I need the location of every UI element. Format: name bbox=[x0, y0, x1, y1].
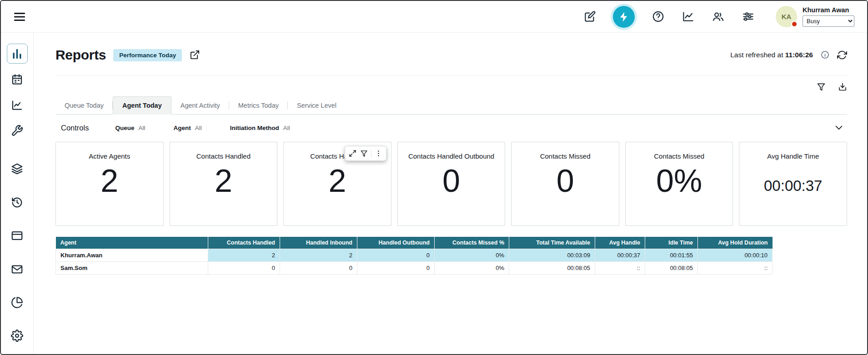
topbar-right: KA Khurram Awan Busy bbox=[583, 6, 854, 28]
layers-icon bbox=[11, 163, 23, 175]
sliders-icon[interactable] bbox=[741, 10, 755, 24]
notepad-icon[interactable] bbox=[583, 10, 597, 24]
filter-icon[interactable] bbox=[816, 82, 826, 92]
column-header-idle-time[interactable]: Idle Time bbox=[645, 237, 698, 249]
avatar: KA bbox=[776, 6, 797, 27]
value-cell: 0 bbox=[208, 262, 280, 275]
sidebar-item-history[interactable] bbox=[7, 192, 28, 212]
users-icon[interactable] bbox=[711, 10, 725, 24]
tab-agent-today[interactable]: Agent Today bbox=[113, 96, 171, 115]
metrics-icon[interactable] bbox=[681, 10, 695, 24]
controls-label: Controls bbox=[61, 124, 89, 132]
agent-cell: Sam.Som bbox=[56, 262, 208, 275]
kpi-card-contacts-handled: Contacts Handled2 bbox=[283, 142, 391, 226]
tab-queue-today[interactable]: Queue Today bbox=[55, 97, 113, 114]
tab-agent-activity[interactable]: Agent Activity bbox=[171, 97, 229, 114]
agent-cell: Khurram.Awan bbox=[56, 249, 208, 262]
toolbar-divider bbox=[371, 150, 371, 157]
filter-value: All bbox=[283, 125, 290, 131]
value-cell: 0% bbox=[435, 262, 509, 275]
calendar-icon bbox=[11, 73, 23, 85]
column-header-handled-outbound[interactable]: Handled Outbound bbox=[357, 237, 435, 249]
report-panel: Queue TodayAgent TodayAgent ActivityMetr… bbox=[55, 75, 847, 275]
value-cell: 2 bbox=[208, 249, 280, 262]
avatar-initials: KA bbox=[782, 13, 792, 20]
line-chart-icon bbox=[11, 99, 23, 111]
filter-icon[interactable] bbox=[360, 149, 368, 158]
kpi-card-contacts-missed: Contacts Missed0% bbox=[625, 142, 733, 226]
column-header-total-time-available[interactable]: Total Time Available bbox=[509, 237, 595, 249]
sidebar-item-mail[interactable] bbox=[7, 259, 28, 279]
value-cell: 00:08:05 bbox=[509, 262, 595, 275]
tab-service-level[interactable]: Service Level bbox=[288, 97, 346, 114]
kpi-card-contacts-missed: Contacts Missed0 bbox=[511, 142, 619, 226]
column-header-handled-inbound[interactable]: Handled Inbound bbox=[280, 237, 357, 249]
status-select[interactable]: Busy bbox=[803, 15, 854, 27]
help-icon[interactable] bbox=[651, 10, 665, 24]
kpi-label: Avg Handle Time bbox=[767, 152, 819, 160]
sidebar-item-tools[interactable] bbox=[7, 120, 28, 140]
value-cell: 0 bbox=[280, 262, 357, 275]
kpi-value: 00:00:37 bbox=[764, 177, 822, 195]
page-head: Reports Performance Today Last refreshed… bbox=[55, 47, 847, 63]
gear-icon bbox=[11, 330, 23, 342]
sidebar-item-browser[interactable] bbox=[7, 225, 28, 245]
kpi-value: 2 bbox=[100, 163, 118, 200]
hamburger-menu-icon[interactable] bbox=[13, 10, 26, 24]
kpi-label: Contacts Handled Outbound bbox=[408, 152, 494, 160]
refresh-area: Last refreshed at 11:06:26 bbox=[730, 50, 847, 60]
expand-icon[interactable] bbox=[348, 149, 357, 158]
filter-queue[interactable]: QueueAll bbox=[115, 125, 145, 131]
main-content: Reports Performance Today Last refreshed… bbox=[34, 33, 867, 354]
value-cell: 00:00:37 bbox=[595, 249, 645, 262]
controls-filters: QueueAllAgentAllInitiation MethodAll bbox=[115, 125, 318, 131]
sidebar-item-line-chart[interactable] bbox=[7, 95, 28, 115]
kpi-value: 2 bbox=[215, 163, 232, 200]
filter-name: Queue bbox=[115, 125, 134, 131]
user-info: Khurram Awan Busy bbox=[803, 6, 854, 27]
column-header-contacts-missed-[interactable]: Contacts Missed % bbox=[435, 237, 509, 249]
kpi-label: Contacts Missed bbox=[654, 152, 704, 160]
column-header-avg-hold-duration[interactable]: Avg Hold Duration bbox=[698, 237, 773, 249]
value-cell: 00:08:05 bbox=[645, 262, 698, 275]
refresh-icon[interactable] bbox=[837, 50, 847, 60]
value-cell: 0 bbox=[357, 249, 435, 262]
filter-initiation-method[interactable]: Initiation MethodAll bbox=[230, 125, 290, 131]
lightning-icon[interactable] bbox=[613, 6, 635, 28]
sidebar-item-pie-chart[interactable] bbox=[7, 292, 28, 312]
kpi-label: Contacts Missed bbox=[540, 152, 591, 160]
kpi-value: 0% bbox=[656, 163, 702, 200]
column-header-contacts-handled[interactable]: Contacts Handled bbox=[208, 237, 280, 249]
user-name: Khurram Awan bbox=[803, 6, 854, 14]
sidebar-item-layers[interactable] bbox=[7, 159, 28, 179]
report-badge: Performance Today bbox=[113, 49, 182, 61]
kpi-label: Active Agents bbox=[89, 152, 130, 160]
column-header-agent[interactable]: Agent bbox=[56, 237, 208, 249]
sidebar-item-settings[interactable] bbox=[7, 326, 28, 346]
column-header-avg-handle[interactable]: Avg Handle bbox=[595, 237, 645, 249]
external-link-icon[interactable] bbox=[189, 50, 200, 60]
last-refreshed-time: 11:06:26 bbox=[785, 51, 813, 59]
filter-name: Agent bbox=[173, 125, 191, 131]
sidebar-item-bar-chart[interactable] bbox=[7, 44, 28, 64]
info-icon[interactable] bbox=[820, 50, 829, 60]
browser-icon bbox=[11, 230, 23, 242]
kpi-card-contacts-handled: Contacts Handled2 bbox=[170, 142, 278, 226]
tab-metrics-today[interactable]: Metrics Today bbox=[229, 97, 288, 114]
page-title: Reports bbox=[55, 47, 106, 63]
status-dot bbox=[791, 21, 798, 27]
sidebar-item-calendar[interactable] bbox=[7, 69, 28, 89]
value-cell: 00:00:10 bbox=[698, 249, 773, 262]
tools-icon bbox=[11, 125, 23, 137]
value-cell: 00:03:09 bbox=[509, 249, 595, 262]
filter-agent[interactable]: AgentAll bbox=[173, 125, 201, 131]
table-wrap: AgentContacts HandledHandled InboundHand… bbox=[55, 237, 847, 275]
filter-value: All bbox=[138, 125, 145, 131]
kpi-value: 0 bbox=[557, 163, 574, 200]
export-icon[interactable] bbox=[838, 82, 847, 92]
table-head: AgentContacts HandledHandled InboundHand… bbox=[56, 237, 773, 249]
table-row[interactable]: Khurram.Awan2200%00:03:0900:00:3700:01:5… bbox=[56, 249, 773, 262]
table-row[interactable]: Sam.Som0000%00:08:05::00:08:05:: bbox=[56, 262, 773, 275]
more-menu-icon[interactable] bbox=[374, 149, 383, 158]
chevron-down-icon[interactable] bbox=[833, 122, 844, 133]
